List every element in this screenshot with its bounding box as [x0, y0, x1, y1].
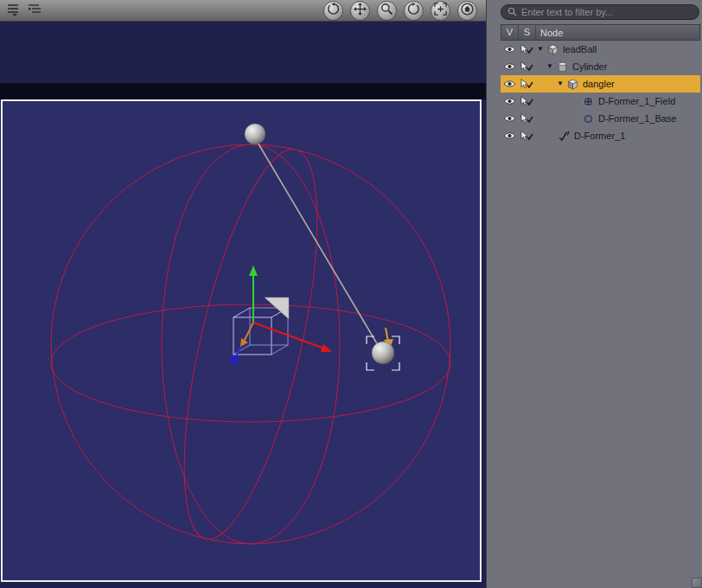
visibility-eye-icon[interactable] — [501, 131, 518, 140]
gizmo-z-handle[interactable] — [231, 356, 239, 364]
selectable-cursor-icon[interactable] — [518, 44, 535, 55]
toolbar-camera-group — [323, 1, 486, 21]
scene-list-button[interactable] — [26, 2, 43, 19]
expand-arrow-icon[interactable]: ▼ — [546, 63, 557, 70]
visibility-eye-icon[interactable] — [501, 114, 518, 123]
home-icon — [461, 3, 474, 19]
node-label[interactable]: D-Former_1 — [572, 131, 625, 141]
filter-field[interactable] — [501, 4, 699, 20]
cube-icon — [547, 44, 561, 55]
tree-row-dangler[interactable]: ▼dangler — [501, 75, 700, 93]
scene-render — [3, 101, 480, 580]
pan-icon — [354, 3, 367, 19]
dformer-icon — [558, 131, 572, 142]
base-icon — [583, 113, 597, 125]
lead-ball[interactable] — [245, 124, 265, 144]
orbit-icon — [327, 3, 340, 19]
node-label[interactable]: D-Former_1_Field — [597, 96, 675, 106]
node-label[interactable]: D-Former_1_Base — [597, 113, 676, 124]
selectable-cursor-icon[interactable] — [518, 96, 535, 107]
tree-row-D-Former_1[interactable]: D-Former_1 — [501, 127, 700, 144]
cube-icon — [567, 79, 581, 90]
column-header-node: Node — [536, 28, 563, 38]
selectable-cursor-icon[interactable] — [518, 131, 535, 142]
tree-row-D-Former_1_Field[interactable]: D-Former_1_Field — [501, 93, 700, 110]
selectable-cursor-icon[interactable] — [518, 61, 535, 73]
visibility-eye-icon[interactable] — [501, 80, 518, 88]
tree-row-Cylinder[interactable]: ▼Cylinder — [501, 58, 700, 75]
node-label[interactable]: Cylinder — [571, 61, 607, 72]
expand-arrow-icon[interactable]: ▼ — [557, 80, 567, 87]
translation-gizmo[interactable] — [231, 265, 333, 364]
pan-camera-button[interactable] — [350, 1, 370, 21]
tree-row-D-Former_1_Base[interactable]: D-Former_1_Base — [501, 110, 700, 127]
pane-divider-strip — [0, 83, 486, 99]
gizmo-cube-wireframe — [233, 308, 288, 355]
cylinder-icon — [557, 61, 571, 73]
column-header-selectable: S — [519, 25, 536, 40]
resize-grip-icon[interactable] — [692, 578, 702, 588]
tree-row-leadBall[interactable]: ▼leadBall — [501, 41, 700, 58]
toolbar-left-group — [0, 2, 43, 19]
zoom-camera-button[interactable] — [377, 1, 397, 21]
viewport-pane — [0, 0, 486, 588]
field-icon — [583, 96, 597, 107]
treelist-icon — [28, 3, 41, 18]
hamburger-icon — [6, 2, 20, 20]
visibility-eye-icon[interactable] — [501, 62, 518, 71]
gizmo-x-arrowhead — [321, 344, 332, 352]
reset-camera-button[interactable] — [457, 1, 477, 21]
visibility-eye-icon[interactable] — [501, 45, 518, 54]
node-label[interactable]: leadBall — [561, 44, 597, 54]
viewport-3d[interactable] — [1, 99, 482, 582]
filter-input[interactable] — [521, 7, 692, 17]
rotate-icon — [407, 3, 420, 19]
frame-icon — [434, 3, 447, 19]
gizmo-aux-axis[interactable] — [244, 323, 253, 342]
node-label[interactable]: dangler — [581, 79, 615, 89]
pendulum-line — [257, 141, 378, 345]
dangler-ball[interactable] — [372, 342, 394, 364]
viewport-toolbar — [0, 0, 486, 22]
scene-panel: V S Node ▼leadBall▼Cylinder▼danglerD-For… — [486, 0, 702, 588]
gizmo-y-arrowhead — [249, 265, 258, 276]
zoom-icon — [380, 3, 393, 19]
selectable-cursor-icon[interactable] — [518, 113, 535, 125]
scene-tree: V S Node ▼leadBall▼Cylinder▼danglerD-For… — [501, 24, 700, 144]
column-header-visibility: V — [501, 25, 519, 40]
search-icon — [507, 4, 517, 20]
visibility-eye-icon[interactable] — [501, 97, 518, 105]
filter-bar — [487, 0, 702, 24]
viewport-menu-button[interactable] — [4, 2, 22, 19]
frame-camera-button[interactable] — [431, 1, 450, 21]
expand-arrow-icon[interactable]: ▼ — [537, 46, 547, 53]
scene-tree-rows: ▼leadBall▼Cylinder▼danglerD-Former_1_Fie… — [501, 41, 700, 144]
orbit-camera-button[interactable] — [323, 1, 343, 21]
scene-tree-header: V S Node — [501, 24, 700, 41]
selectable-cursor-icon[interactable] — [518, 79, 535, 90]
rotate-camera-button[interactable] — [404, 1, 424, 21]
